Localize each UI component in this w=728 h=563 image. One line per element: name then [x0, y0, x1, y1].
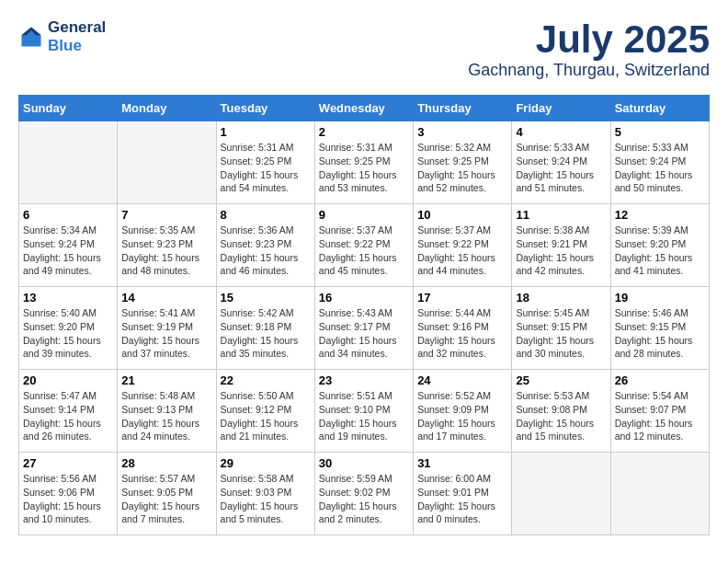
day-number: 27 [23, 456, 113, 470]
day-number: 5 [615, 125, 705, 139]
day-cell-11: 11Sunrise: 5:38 AM Sunset: 9:21 PM Dayli… [512, 204, 610, 287]
day-cell-2: 2Sunrise: 5:31 AM Sunset: 9:25 PM Daylig… [314, 121, 413, 204]
day-number: 2 [319, 125, 409, 139]
day-info: Sunrise: 5:32 AM Sunset: 9:25 PM Dayligh… [417, 141, 507, 195]
day-info: Sunrise: 5:53 AM Sunset: 9:08 PM Dayligh… [516, 389, 606, 443]
day-cell-25: 25Sunrise: 5:53 AM Sunset: 9:08 PM Dayli… [512, 370, 610, 453]
empty-cell [118, 121, 216, 204]
day-info: Sunrise: 5:48 AM Sunset: 9:13 PM Dayligh… [121, 389, 211, 443]
day-info: Sunrise: 5:47 AM Sunset: 9:14 PM Dayligh… [23, 389, 113, 443]
day-number: 6 [23, 208, 113, 222]
day-info: Sunrise: 5:51 AM Sunset: 9:10 PM Dayligh… [319, 389, 409, 443]
day-info: Sunrise: 5:50 AM Sunset: 9:12 PM Dayligh… [221, 389, 311, 443]
day-info: Sunrise: 5:35 AM Sunset: 9:23 PM Dayligh… [121, 224, 211, 278]
day-number: 19 [615, 291, 705, 304]
day-info: Sunrise: 5:57 AM Sunset: 9:05 PM Dayligh… [121, 472, 211, 526]
empty-cell [512, 453, 610, 535]
title-area: July 2025 Gachnang, Thurgau, Switzerland [468, 18, 710, 80]
day-cell-24: 24Sunrise: 5:52 AM Sunset: 9:09 PM Dayli… [414, 370, 512, 453]
day-cell-7: 7Sunrise: 5:35 AM Sunset: 9:23 PM Daylig… [118, 204, 216, 287]
day-cell-5: 5Sunrise: 5:33 AM Sunset: 9:24 PM Daylig… [610, 121, 709, 204]
day-number: 14 [121, 291, 211, 304]
day-number: 24 [417, 373, 507, 387]
day-number: 7 [121, 208, 211, 222]
day-cell-22: 22Sunrise: 5:50 AM Sunset: 9:12 PM Dayli… [216, 370, 314, 453]
day-cell-14: 14Sunrise: 5:41 AM Sunset: 9:19 PM Dayli… [118, 287, 216, 370]
week-row-4: 20Sunrise: 5:47 AM Sunset: 9:14 PM Dayli… [19, 370, 710, 453]
day-number: 13 [23, 291, 113, 304]
day-info: Sunrise: 5:43 AM Sunset: 9:17 PM Dayligh… [319, 306, 409, 361]
day-number: 25 [516, 373, 606, 387]
day-info: Sunrise: 5:38 AM Sunset: 9:21 PM Dayligh… [516, 224, 606, 278]
weekday-header-sunday: Sunday [19, 96, 118, 121]
day-cell-21: 21Sunrise: 5:48 AM Sunset: 9:13 PM Dayli… [118, 370, 216, 453]
logo-text: General Blue [48, 18, 106, 55]
day-info: Sunrise: 5:44 AM Sunset: 9:16 PM Dayligh… [417, 306, 507, 361]
logo: General Blue [18, 18, 106, 55]
day-info: Sunrise: 5:37 AM Sunset: 9:22 PM Dayligh… [417, 224, 507, 278]
week-row-1: 1Sunrise: 5:31 AM Sunset: 9:25 PM Daylig… [19, 121, 710, 204]
empty-cell [610, 453, 709, 535]
day-number: 8 [221, 208, 311, 222]
day-number: 10 [417, 208, 507, 222]
day-info: Sunrise: 5:40 AM Sunset: 9:20 PM Dayligh… [23, 306, 113, 361]
day-info: Sunrise: 5:39 AM Sunset: 9:20 PM Dayligh… [615, 224, 705, 278]
day-cell-18: 18Sunrise: 5:45 AM Sunset: 9:15 PM Dayli… [512, 287, 610, 370]
day-cell-17: 17Sunrise: 5:44 AM Sunset: 9:16 PM Dayli… [414, 287, 512, 370]
day-number: 23 [319, 373, 409, 387]
day-number: 9 [319, 208, 409, 222]
day-cell-15: 15Sunrise: 5:42 AM Sunset: 9:18 PM Dayli… [216, 287, 314, 370]
day-cell-28: 28Sunrise: 5:57 AM Sunset: 9:05 PM Dayli… [118, 453, 216, 535]
day-cell-3: 3Sunrise: 5:32 AM Sunset: 9:25 PM Daylig… [414, 121, 512, 204]
day-cell-29: 29Sunrise: 5:58 AM Sunset: 9:03 PM Dayli… [216, 453, 314, 535]
day-cell-6: 6Sunrise: 5:34 AM Sunset: 9:24 PM Daylig… [19, 204, 118, 287]
day-info: Sunrise: 5:33 AM Sunset: 9:24 PM Dayligh… [615, 141, 705, 195]
weekday-header-friday: Friday [512, 96, 610, 121]
day-cell-16: 16Sunrise: 5:43 AM Sunset: 9:17 PM Dayli… [314, 287, 413, 370]
calendar: SundayMondayTuesdayWednesdayThursdayFrid… [18, 95, 710, 535]
month-title: July 2025 [468, 18, 710, 61]
header: General Blue July 2025 Gachnang, Thurgau… [18, 18, 710, 80]
weekday-header-saturday: Saturday [610, 96, 709, 121]
day-info: Sunrise: 5:31 AM Sunset: 9:25 PM Dayligh… [221, 141, 311, 195]
day-cell-8: 8Sunrise: 5:36 AM Sunset: 9:23 PM Daylig… [216, 204, 314, 287]
day-info: Sunrise: 5:56 AM Sunset: 9:06 PM Dayligh… [23, 472, 113, 526]
day-number: 26 [615, 373, 705, 387]
day-info: Sunrise: 5:33 AM Sunset: 9:24 PM Dayligh… [516, 141, 606, 195]
day-cell-9: 9Sunrise: 5:37 AM Sunset: 9:22 PM Daylig… [314, 204, 413, 287]
day-number: 30 [319, 456, 409, 470]
weekday-header-tuesday: Tuesday [216, 96, 314, 121]
weekday-header-wednesday: Wednesday [314, 96, 413, 121]
day-number: 16 [319, 291, 409, 304]
day-info: Sunrise: 5:36 AM Sunset: 9:23 PM Dayligh… [221, 224, 311, 278]
day-cell-23: 23Sunrise: 5:51 AM Sunset: 9:10 PM Dayli… [314, 370, 413, 453]
day-number: 4 [516, 125, 606, 139]
day-number: 22 [221, 373, 311, 387]
day-cell-19: 19Sunrise: 5:46 AM Sunset: 9:15 PM Dayli… [610, 287, 709, 370]
day-info: Sunrise: 5:41 AM Sunset: 9:19 PM Dayligh… [121, 306, 211, 361]
day-cell-13: 13Sunrise: 5:40 AM Sunset: 9:20 PM Dayli… [19, 287, 118, 370]
day-number: 21 [121, 373, 211, 387]
day-cell-4: 4Sunrise: 5:33 AM Sunset: 9:24 PM Daylig… [512, 121, 610, 204]
day-info: Sunrise: 5:52 AM Sunset: 9:09 PM Dayligh… [417, 389, 507, 443]
day-cell-31: 31Sunrise: 6:00 AM Sunset: 9:01 PM Dayli… [414, 453, 512, 535]
day-info: Sunrise: 5:45 AM Sunset: 9:15 PM Dayligh… [516, 306, 606, 361]
day-cell-10: 10Sunrise: 5:37 AM Sunset: 9:22 PM Dayli… [414, 204, 512, 287]
location-title: Gachnang, Thurgau, Switzerland [468, 61, 710, 80]
weekday-header-monday: Monday [118, 96, 216, 121]
day-cell-20: 20Sunrise: 5:47 AM Sunset: 9:14 PM Dayli… [19, 370, 118, 453]
day-info: Sunrise: 5:58 AM Sunset: 9:03 PM Dayligh… [221, 472, 311, 526]
day-number: 17 [417, 291, 507, 304]
logo-icon [18, 24, 44, 50]
day-info: Sunrise: 5:42 AM Sunset: 9:18 PM Dayligh… [221, 306, 311, 361]
week-row-3: 13Sunrise: 5:40 AM Sunset: 9:20 PM Dayli… [19, 287, 710, 370]
day-info: Sunrise: 5:54 AM Sunset: 9:07 PM Dayligh… [615, 389, 705, 443]
day-info: Sunrise: 6:00 AM Sunset: 9:01 PM Dayligh… [417, 472, 507, 526]
day-cell-27: 27Sunrise: 5:56 AM Sunset: 9:06 PM Dayli… [19, 453, 118, 535]
day-cell-1: 1Sunrise: 5:31 AM Sunset: 9:25 PM Daylig… [216, 121, 314, 204]
day-info: Sunrise: 5:59 AM Sunset: 9:02 PM Dayligh… [319, 472, 409, 526]
day-number: 1 [221, 125, 311, 139]
weekday-header-row: SundayMondayTuesdayWednesdayThursdayFrid… [19, 96, 710, 121]
day-cell-26: 26Sunrise: 5:54 AM Sunset: 9:07 PM Dayli… [610, 370, 709, 453]
day-number: 12 [615, 208, 705, 222]
